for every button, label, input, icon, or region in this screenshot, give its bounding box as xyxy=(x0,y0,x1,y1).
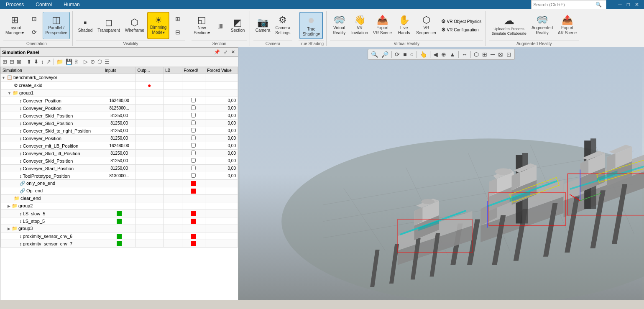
maximize-button[interactable]: □ xyxy=(625,2,631,8)
true-shading-button[interactable]: ● TrueShading▾ xyxy=(299,12,323,39)
table-row[interactable]: ⚙create_skid ● xyxy=(1,82,238,89)
tb-btn-11[interactable]: ▷ xyxy=(83,58,89,65)
vr-sequencer-button[interactable]: ⬡ VRSequencer xyxy=(414,12,438,39)
layout-manager-button[interactable]: ⊞ LayoutManager▾ xyxy=(3,12,26,39)
table-row[interactable]: ↕Conveyer_Position 162480,00 0,00 xyxy=(1,97,238,105)
table-row[interactable]: ↕ToolPrototype_Position 8130000... 0,00 xyxy=(1,172,238,180)
vp-hex[interactable]: ⬡ xyxy=(473,50,480,59)
cell-forced[interactable] xyxy=(182,135,205,142)
tb-btn-8[interactable]: 📁 xyxy=(56,58,64,65)
tb-btn-5[interactable]: ⬇ xyxy=(33,58,39,65)
viewport[interactable]: 🔍 🔎 ⟳ ■ ○ 👆 ◀ ⊕ ▲ ↔ ⬡ ⊞ ─ ⊠ ⊡ xyxy=(238,47,644,300)
pin-button[interactable]: 📌 xyxy=(213,49,221,55)
augmented-reality-button[interactable]: 🥽 AugmentedReality xyxy=(529,12,555,39)
vr-invitation-button[interactable]: 👋 VRInvitation xyxy=(349,12,370,39)
virtual-reality-button[interactable]: 🥽 VirtualReality xyxy=(330,12,348,39)
vp-zoom-in[interactable]: 🔍 xyxy=(370,50,379,59)
table-row[interactable]: 🔗Op_end xyxy=(1,187,238,195)
expand-icon[interactable]: ▼ xyxy=(2,76,5,80)
table-row[interactable]: ↕Conveyer_Skid_Position 81250,00 0,00 xyxy=(1,112,238,120)
forced-checkbox[interactable] xyxy=(191,98,196,102)
table-row[interactable]: ↕Conveyer_Skid_Position 81250,00 0,00 xyxy=(1,157,238,165)
table-row[interactable]: ↕Conveyer_Skid_Position 81250,00 0,00 xyxy=(1,120,238,127)
vp-zoom-out[interactable]: 🔎 xyxy=(380,50,390,59)
forced-checkbox[interactable] xyxy=(191,158,196,163)
shaded-button[interactable]: ▪ Shaded xyxy=(76,12,95,39)
export-ar-scene-button[interactable]: 📤 ExportAR Scene xyxy=(556,12,579,39)
cell-forced[interactable] xyxy=(182,157,205,165)
export-vr-scene-button[interactable]: 📤 ExportVR Scene xyxy=(371,12,394,39)
vp-nav-left[interactable]: ◀ xyxy=(432,50,439,59)
table-row[interactable]: 🔗only_one_end xyxy=(1,180,238,187)
cell-forced[interactable] xyxy=(182,142,205,150)
vr-configuration-row[interactable]: ⚙ VR Configuration xyxy=(441,27,482,33)
forced-checkbox[interactable] xyxy=(191,173,196,178)
camera-settings-button[interactable]: ⚙ CameraSettings xyxy=(273,12,292,39)
vp-close[interactable]: ⊠ xyxy=(497,50,504,59)
sec-small-1[interactable]: ▥ xyxy=(213,19,228,32)
cell-forced[interactable] xyxy=(182,112,205,120)
cell-forced[interactable] xyxy=(182,127,205,135)
table-row[interactable]: ↕Conveyer_Skid_lift_Position 81250,00 0,… xyxy=(1,150,238,157)
table-row[interactable]: ↕proximity_sensor_cnv_7 xyxy=(1,240,238,248)
cell-forced[interactable] xyxy=(182,150,205,157)
cell-forced[interactable] xyxy=(182,97,205,105)
cell-forced[interactable] xyxy=(182,120,205,127)
float-button[interactable]: ⤢ xyxy=(222,49,229,55)
table-row[interactable]: ↕Conveyer_Position 81250,00 0,00 xyxy=(1,135,238,142)
transparent-button[interactable]: ◻ Transparent xyxy=(95,12,122,39)
menu-human[interactable]: Human xyxy=(61,1,82,8)
close-panel-button[interactable]: ✕ xyxy=(230,49,236,55)
forced-checkbox[interactable] xyxy=(191,143,196,148)
table-row[interactable]: ↕LS_slow_5 xyxy=(1,210,238,217)
vp-grid[interactable]: ⊞ xyxy=(481,50,488,59)
minimize-button[interactable]: ─ xyxy=(616,2,624,8)
vp-select[interactable]: 👆 xyxy=(419,50,428,59)
tb-btn-1[interactable]: ⊞ xyxy=(2,58,8,65)
tb-btn-12[interactable]: ⊙ xyxy=(89,58,96,65)
table-row[interactable]: ↕Conveyer_mit_LB_Position 162480,00 0,00 xyxy=(1,142,238,150)
tb-btn-6[interactable]: ↕ xyxy=(40,58,45,65)
forced-checkbox[interactable] xyxy=(191,128,196,133)
dimming-mode-button[interactable]: ☀ DimmingMode▾ xyxy=(147,12,169,39)
close-button[interactable]: ✕ xyxy=(633,2,641,8)
tb-btn-7[interactable]: ↗ xyxy=(46,58,52,65)
forced-checkbox[interactable] xyxy=(191,151,196,155)
vp-pan[interactable]: ⊕ xyxy=(440,50,447,59)
orient-small-2[interactable]: ⟳ xyxy=(27,26,42,38)
table-row[interactable]: ↕Conveyer_Position 8125000... 0,00 xyxy=(1,105,238,112)
vp-rotate[interactable]: ⟳ xyxy=(394,50,401,59)
forced-checkbox[interactable] xyxy=(191,120,196,125)
expand-icon[interactable]: ▼ xyxy=(8,91,11,95)
table-row[interactable]: ▶ 📁group3 xyxy=(1,225,238,232)
cell-forced[interactable] xyxy=(182,172,205,180)
expand-icon[interactable]: ▶ xyxy=(8,204,10,208)
orient-small-1[interactable]: ⊡ xyxy=(27,13,42,25)
vp-measure[interactable]: ↔ xyxy=(460,50,469,59)
cell-forced[interactable] xyxy=(182,105,205,112)
forced-checkbox[interactable] xyxy=(191,105,196,110)
table-row[interactable]: ↕Conveyer_Start_Position 81250,00 0,00 xyxy=(1,165,238,172)
forced-checkbox[interactable] xyxy=(191,135,196,140)
tb-btn-3[interactable]: ⊠ xyxy=(16,58,22,65)
vp-line[interactable]: ─ xyxy=(489,50,496,59)
forced-checkbox[interactable] xyxy=(191,166,196,170)
vis-small-1[interactable]: ⊞ xyxy=(170,13,185,25)
menu-process[interactable]: Process xyxy=(3,1,26,8)
new-section-button[interactable]: ◱ NewSection▾ xyxy=(192,12,212,39)
vr-object-physics-row[interactable]: ⚙ VR Object Physics xyxy=(441,18,482,24)
search-input[interactable] xyxy=(533,2,593,7)
live-hands-button[interactable]: ✋ LiveHands xyxy=(395,12,413,39)
tb-btn-13[interactable]: ⬡ xyxy=(97,58,103,65)
menu-control[interactable]: Control xyxy=(33,1,54,8)
section-button[interactable]: ◩ Section xyxy=(229,12,247,39)
tb-btn-9[interactable]: 💾 xyxy=(65,58,73,65)
forced-checkbox[interactable] xyxy=(191,113,196,117)
vp-nav-up[interactable]: ▲ xyxy=(448,50,457,59)
tb-btn-10[interactable]: ⎘ xyxy=(74,58,79,65)
vis-small-2[interactable]: ⊟ xyxy=(170,26,185,38)
table-row[interactable]: ▼ 📋benchmark_conveyor xyxy=(1,74,238,82)
table-row[interactable]: ↕LS_stop_5 xyxy=(1,217,238,225)
vp-shaded[interactable]: ■ xyxy=(402,50,408,59)
tb-btn-4[interactable]: ⬆ xyxy=(26,58,32,65)
